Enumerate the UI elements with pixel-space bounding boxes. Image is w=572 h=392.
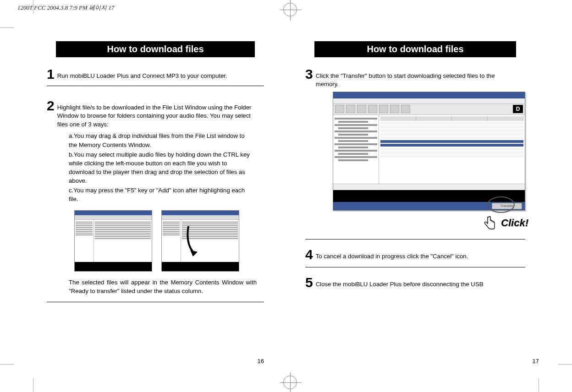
file-list — [379, 115, 525, 184]
step-4: 4 To cancel a download in progress click… — [305, 248, 525, 261]
left-page: How to download files 1 Run mobiBLU Load… — [33, 27, 273, 365]
step-number: 4 — [305, 248, 313, 261]
click-callout: Click! — [481, 214, 528, 232]
step-text: Close the mobiBLU Loader Plus before dis… — [316, 276, 484, 289]
section-title-right: How to download files — [314, 41, 516, 57]
step-2-sublist: a.You may drag & drop individual files f… — [69, 131, 254, 203]
page-number-left: 16 — [258, 358, 264, 365]
toolbar-button — [346, 105, 355, 113]
divider — [47, 86, 264, 86]
sub-item-b: b.You may select multiple audio files by… — [69, 150, 254, 185]
step-number: 5 — [305, 276, 313, 289]
transfer-button[interactable]: Transfer — [492, 203, 522, 209]
crop-mark — [33, 0, 33, 14]
doc-header: 1200T FCC 2004.3.8 7:9 PM 페이지 17 — [17, 4, 114, 12]
sub-item-a: a.You may drag & drop individual files f… — [69, 131, 254, 149]
screenshot-thumb-1 — [74, 210, 152, 272]
step-number: 1 — [47, 67, 55, 81]
screenshot-thumb-2: 1 — [161, 210, 239, 272]
crop-mark — [0, 364, 14, 365]
click-label: Click! — [501, 217, 528, 229]
crop-mark — [539, 378, 539, 392]
right-page: How to download files 3 Click the "Trans… — [301, 27, 539, 365]
divider — [305, 267, 525, 267]
toolbar-button — [379, 105, 388, 113]
step-text: Highlight file/s to be downloaded in the… — [57, 99, 254, 129]
screenshot-row: 1 — [74, 210, 264, 272]
sub-item-c: c.You may press the "F5" key or "Add" ic… — [69, 186, 254, 203]
registration-mark-top — [283, 3, 297, 16]
toolbar-button — [368, 105, 377, 113]
divider — [47, 302, 264, 302]
crop-mark — [33, 378, 33, 392]
step-1: 1 Run mobiBLU Loader Plus and Connect MP… — [47, 67, 264, 81]
step-number: 3 — [305, 67, 313, 81]
memory-panel-label — [333, 184, 525, 190]
registration-mark-bottom — [283, 376, 297, 389]
toolbar-button — [390, 105, 399, 113]
hand-pointer-icon — [481, 214, 499, 232]
app-logo-icon: D — [513, 105, 523, 113]
toolbar-button — [357, 105, 366, 113]
folder-tree — [333, 115, 379, 184]
screenshot-transfer: D Transfer — [333, 92, 525, 211]
step-3: 3 Click the "Transfer" button to start d… — [305, 67, 525, 89]
step-5: 5 Close the mobiBLU Loader Plus before d… — [305, 276, 525, 289]
step-text: Click the "Transfer" button to start dow… — [316, 67, 513, 89]
toolbar-button — [401, 105, 410, 113]
page-number-right: 17 — [533, 358, 539, 365]
section-title-left: How to download files — [56, 41, 255, 57]
status-bar: Transfer — [333, 202, 525, 210]
step-2: 2 Highlight file/s to be downloaded in t… — [47, 99, 264, 129]
crop-mark — [558, 364, 572, 365]
callout-line — [239, 244, 239, 245]
step-number: 2 — [47, 99, 55, 113]
toolbar-button — [335, 105, 344, 113]
drag-arrow-icon — [185, 224, 203, 256]
divider — [305, 239, 525, 240]
crop-mark — [0, 27, 14, 28]
svg-marker-0 — [190, 250, 198, 256]
step-text: Run mobiBLU Loader Plus and Connect MP3 … — [57, 67, 227, 80]
step-text: To cancel a download in progress click t… — [316, 248, 468, 261]
step-2-caption: The selected files will appear in the Me… — [69, 278, 257, 295]
